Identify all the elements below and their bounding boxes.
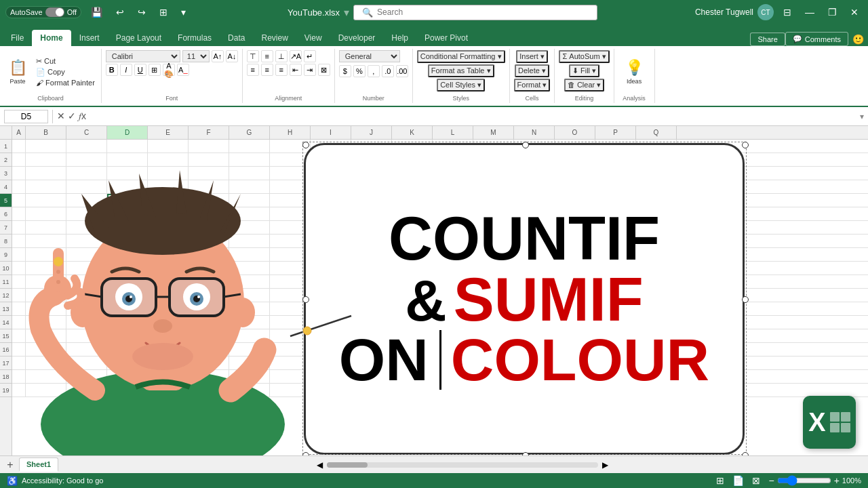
zoom-in-button[interactable]: +: [834, 475, 840, 486]
row-1[interactable]: 1: [0, 140, 12, 153]
cancel-formula-icon[interactable]: ✕: [57, 110, 65, 122]
format-as-table-button[interactable]: Format as Table ▾: [428, 64, 494, 77]
tab-help[interactable]: Help: [383, 30, 416, 46]
col-header-i[interactable]: I: [311, 126, 351, 139]
decrease-font-button[interactable]: A↓: [226, 50, 238, 62]
autosave-pill[interactable]: [45, 7, 64, 17]
handle-top-left[interactable]: [302, 142, 309, 148]
formula-expand-icon[interactable]: ▾: [860, 112, 864, 121]
tab-data[interactable]: Data: [220, 30, 253, 46]
insert-function-icon[interactable]: 𝑓x: [79, 110, 86, 122]
col-header-b[interactable]: B: [26, 126, 66, 139]
underline-button[interactable]: U: [134, 64, 146, 76]
normal-view-button[interactable]: ⊞: [713, 475, 727, 486]
restore-button[interactable]: ❐: [824, 5, 841, 19]
handle-bot-mid[interactable]: [522, 452, 529, 455]
col-header-m[interactable]: M: [473, 126, 514, 139]
tab-formulas[interactable]: Formulas: [170, 30, 220, 46]
font-family-select[interactable]: Calibri: [106, 50, 180, 62]
handle-bot-left[interactable]: [302, 452, 309, 455]
col-header-p[interactable]: P: [595, 126, 636, 139]
tab-insert[interactable]: Insert: [71, 30, 108, 46]
save-button[interactable]: 💾: [87, 5, 106, 19]
indent-less-button[interactable]: ⇤: [290, 64, 302, 76]
fill-color-button[interactable]: A🎨: [163, 64, 175, 76]
col-header-o[interactable]: O: [555, 126, 595, 139]
corner-cell[interactable]: [0, 126, 12, 140]
sheet-tab-sheet1[interactable]: Sheet1: [19, 458, 58, 472]
rotate-text-button[interactable]: ↗A: [290, 50, 302, 62]
clear-button[interactable]: 🗑 Clear ▾: [564, 79, 604, 92]
customize-button[interactable]: ▾: [177, 5, 190, 19]
row-9[interactable]: 9: [0, 248, 12, 262]
sum-button[interactable]: Σ AutoSum ▾: [559, 50, 609, 63]
hscrollbar-track[interactable]: [327, 462, 598, 468]
align-left-button[interactable]: ≡: [247, 64, 259, 76]
scroll-right-button[interactable]: ▶: [602, 460, 608, 470]
row-3[interactable]: 3: [0, 167, 12, 180]
tab-power-pivot[interactable]: Power Pivot: [416, 30, 476, 46]
comma-button[interactable]: ,: [368, 65, 380, 77]
number-format-select[interactable]: General: [339, 50, 400, 62]
zoom-level[interactable]: 100%: [842, 476, 861, 485]
col-header-h[interactable]: H: [270, 126, 311, 139]
add-sheet-button[interactable]: +: [3, 458, 18, 472]
row-19[interactable]: 19: [0, 384, 12, 397]
filename-dropdown[interactable]: ▾: [344, 6, 349, 19]
tab-page-layout[interactable]: Page Layout: [108, 30, 170, 46]
share-button[interactable]: Share: [750, 33, 785, 46]
hscrollbar-thumb[interactable]: [327, 462, 368, 468]
font-size-select[interactable]: 11: [182, 50, 210, 62]
search-box[interactable]: 🔍: [353, 5, 597, 20]
row-18[interactable]: 18: [0, 370, 12, 384]
col-header-a[interactable]: A: [12, 126, 26, 139]
indent-more-button[interactable]: ⇥: [304, 64, 316, 76]
align-center-button[interactable]: ≡: [261, 64, 273, 76]
tab-file[interactable]: File: [3, 30, 32, 46]
align-bottom-button[interactable]: ⊥: [275, 50, 288, 62]
row-11[interactable]: 11: [0, 275, 12, 289]
formula-input[interactable]: [90, 110, 856, 123]
col-header-c[interactable]: C: [66, 126, 107, 139]
format-painter-button[interactable]: 🖌 Format Painter: [34, 78, 97, 87]
conditional-formatting-button[interactable]: Conditional Formatting ▾: [417, 50, 505, 63]
smiley-button[interactable]: 🙂: [848, 33, 868, 46]
handle-top-right[interactable]: [742, 142, 749, 148]
page-break-view-button[interactable]: ⊠: [749, 475, 763, 486]
cell-reference-input[interactable]: D5: [4, 110, 48, 123]
handle-mid-right[interactable]: [742, 296, 749, 303]
row-7[interactable]: 7: [0, 221, 12, 235]
undo-button[interactable]: ↩: [112, 5, 128, 19]
insert-button[interactable]: Insert ▾: [516, 50, 548, 63]
delete-button[interactable]: Delete ▾: [515, 64, 549, 77]
autosave-toggle[interactable]: AutoSave Off: [5, 6, 81, 18]
decrease-decimal-button[interactable]: .0: [382, 65, 394, 77]
tab-developer[interactable]: Developer: [330, 30, 384, 46]
col-header-j[interactable]: J: [351, 126, 392, 139]
row-15[interactable]: 15: [0, 329, 12, 343]
row-10[interactable]: 10: [0, 262, 12, 275]
content-box[interactable]: COUNTIF & SUMIF ON COLOUR: [304, 143, 745, 455]
tab-view[interactable]: View: [296, 30, 330, 46]
merge-center-button[interactable]: ⊠: [318, 64, 330, 76]
italic-button[interactable]: I: [120, 64, 132, 76]
scroll-left-button[interactable]: ◀: [317, 460, 323, 470]
row-2[interactable]: 2: [0, 153, 12, 167]
row-13[interactable]: 13: [0, 302, 12, 316]
col-header-k[interactable]: K: [392, 126, 433, 139]
row-16[interactable]: 16: [0, 343, 12, 357]
cell-styles-button[interactable]: Cell Styles ▾: [437, 79, 485, 92]
ribbon-toggle-button[interactable]: ⊟: [779, 5, 795, 19]
row-4[interactable]: 4: [0, 180, 12, 194]
border-button[interactable]: ⊞: [149, 64, 161, 76]
currency-button[interactable]: $: [339, 65, 351, 77]
row-8[interactable]: 8: [0, 235, 12, 248]
format-button[interactable]: Format ▾: [514, 79, 551, 92]
col-header-n[interactable]: N: [514, 126, 555, 139]
handle-top-mid[interactable]: [522, 142, 529, 148]
zoom-slider[interactable]: [777, 475, 831, 486]
enter-formula-icon[interactable]: ✓: [68, 110, 76, 122]
row-5[interactable]: 5: [0, 194, 12, 207]
redo-button[interactable]: ↪: [134, 5, 150, 19]
minimize-button[interactable]: —: [801, 5, 818, 19]
